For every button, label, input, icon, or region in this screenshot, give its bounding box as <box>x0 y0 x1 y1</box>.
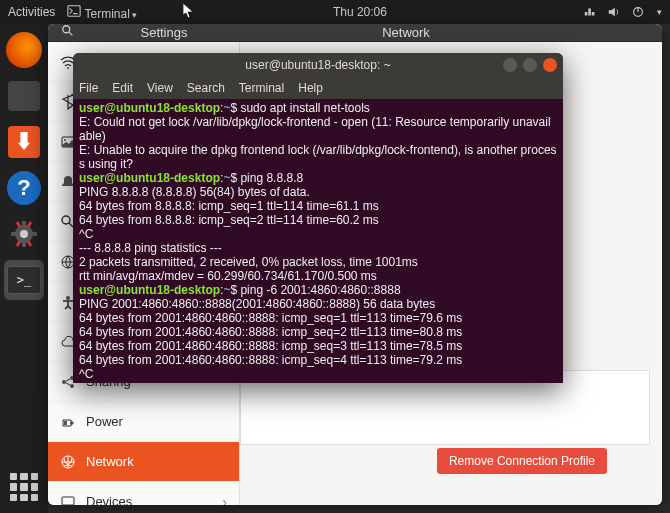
remove-connection-button[interactable]: Remove Connection Profile <box>437 448 607 474</box>
svg-line-10 <box>69 32 73 36</box>
svg-rect-7 <box>11 232 17 236</box>
app-menu[interactable]: Terminal▾ <box>67 4 136 21</box>
firefox-icon <box>6 32 42 68</box>
network-icon <box>583 5 597 19</box>
menu-terminal[interactable]: Terminal <box>239 81 284 95</box>
terminal-menubar: FileEditViewSearchTerminalHelp <box>73 77 563 99</box>
svg-rect-0 <box>68 5 80 16</box>
menu-edit[interactable]: Edit <box>112 81 133 95</box>
mouse-cursor <box>183 3 195 19</box>
svg-rect-6 <box>22 241 26 247</box>
terminal-window: user@ubuntu18-desktop: ~ FileEditViewSea… <box>73 53 563 383</box>
svg-point-4 <box>20 230 28 238</box>
terminal-icon: >_ <box>7 266 41 294</box>
svg-point-18 <box>62 380 66 384</box>
settings-title: Settings <box>88 25 240 40</box>
svg-rect-23 <box>62 497 74 505</box>
terminal-icon <box>67 4 81 18</box>
sidebar-item-label: Devices <box>86 494 132 505</box>
sidebar-item-label: Power <box>86 414 123 429</box>
chevron-right-icon: › <box>222 494 227 506</box>
dock-terminal[interactable]: >_ <box>4 260 44 300</box>
svg-point-11 <box>67 67 69 69</box>
search-button[interactable] <box>48 24 88 41</box>
files-icon <box>8 81 40 111</box>
dock-firefox[interactable] <box>4 30 44 70</box>
software-icon <box>8 126 40 158</box>
svg-point-13 <box>64 139 66 141</box>
help-icon: ? <box>7 171 41 205</box>
sidebar-item-devices[interactable]: Devices› <box>48 482 239 505</box>
menu-view[interactable]: View <box>147 81 173 95</box>
svg-point-9 <box>63 26 70 33</box>
svg-point-14 <box>62 216 70 224</box>
dock: ? >_ <box>0 24 48 513</box>
power-icon <box>60 414 76 430</box>
terminal-title: user@ubuntu18-desktop: ~ <box>245 58 390 72</box>
sidebar-item-power[interactable]: Power <box>48 402 239 442</box>
menu-search[interactable]: Search <box>187 81 225 95</box>
menu-help[interactable]: Help <box>298 81 323 95</box>
terminal-titlebar[interactable]: user@ubuntu18-desktop: ~ <box>73 53 563 77</box>
dock-apps-button[interactable] <box>6 469 42 505</box>
window-minimize[interactable] <box>503 58 517 72</box>
dev-icon <box>60 494 76 506</box>
svg-point-20 <box>70 384 74 388</box>
sidebar-item-label: Network <box>86 454 134 469</box>
settings-headerbar: Settings Network <box>48 24 662 42</box>
menu-file[interactable]: File <box>79 81 98 95</box>
window-maximize[interactable] <box>523 58 537 72</box>
svg-point-17 <box>66 296 70 300</box>
clock[interactable]: Thu 20:06 <box>137 5 583 19</box>
svg-rect-21 <box>64 421 67 425</box>
svg-rect-8 <box>31 232 37 236</box>
panel-title: Network <box>240 25 572 40</box>
dock-help[interactable]: ? <box>4 168 44 208</box>
settings-icon <box>7 217 41 251</box>
net-icon <box>60 454 76 470</box>
top-bar: Activities Terminal▾ Thu 20:06 ▾ <box>0 0 670 24</box>
dock-software[interactable] <box>4 122 44 162</box>
search-icon <box>61 24 75 38</box>
dock-settings[interactable] <box>4 214 44 254</box>
svg-rect-5 <box>22 221 26 227</box>
power-icon <box>631 5 645 19</box>
activities-button[interactable]: Activities <box>8 5 55 19</box>
window-close[interactable] <box>543 58 557 72</box>
sidebar-item-network[interactable]: Network <box>48 442 239 482</box>
chevron-down-icon: ▾ <box>657 7 662 17</box>
terminal-body[interactable]: user@ubuntu18-desktop:~$ sudo apt instal… <box>73 99 563 383</box>
volume-icon <box>607 5 621 19</box>
system-tray[interactable]: ▾ <box>583 5 662 19</box>
dock-files[interactable] <box>4 76 44 116</box>
